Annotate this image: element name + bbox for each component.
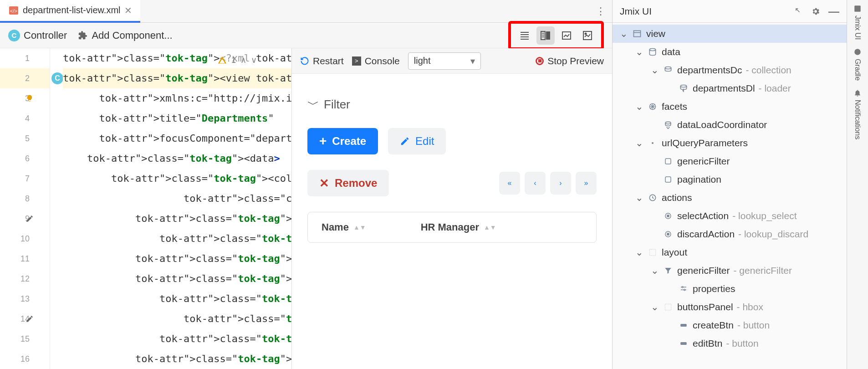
tree-node-facets[interactable]: ⌄facets xyxy=(613,97,847,116)
component-tree[interactable]: ⌄view⌄data⌄departmentsDc - collectiondep… xyxy=(613,23,847,354)
tree-node-properties[interactable]: properties xyxy=(613,280,847,298)
rail-gradle[interactable]: Gradle xyxy=(853,48,862,81)
tree-twisty-icon[interactable]: ⌄ xyxy=(651,65,659,76)
gutter-line[interactable]: 4 xyxy=(0,108,50,128)
remove-button[interactable]: ✕ Remove xyxy=(307,170,389,196)
tree-node-departmentsDl[interactable]: departmentsDl - loader xyxy=(613,79,847,97)
tree-node-genericFilter[interactable]: genericFilter xyxy=(613,152,847,170)
code-line[interactable]: tok-attr">class="tok-tag"><view tok-attr… xyxy=(63,68,291,88)
close-icon[interactable]: ✕ xyxy=(124,5,132,16)
gutter-line[interactable]: 1 xyxy=(0,48,50,68)
tree-twisty-icon[interactable]: ⌄ xyxy=(635,46,643,57)
pager-next-button[interactable]: › xyxy=(550,172,571,195)
gutter-line[interactable]: 11 xyxy=(0,249,50,269)
code-line[interactable]: tok-attr">class="tok-tag"><query> xyxy=(63,289,291,309)
tree-node-createBtn[interactable]: createBtn - button xyxy=(613,316,847,334)
theme-select[interactable]: light ▾ xyxy=(408,52,481,70)
tree-node-layout[interactable]: ⌄layout xyxy=(613,243,847,261)
code-line[interactable]: tok-attr">xmlns:c="http://jmix.io/sc xyxy=(63,88,291,108)
gutter-line[interactable]: 5 xyxy=(0,128,50,149)
code-line[interactable]: tok-attr">class="tok-tag"><collection to… xyxy=(63,169,291,189)
tree-node-data[interactable]: ⌄data xyxy=(613,43,847,61)
code-line[interactable]: tok-attr">class="tok-tag"></loader> xyxy=(63,349,291,369)
data-table[interactable]: Name ▲▼ HR Manager ▲▼ xyxy=(307,212,597,243)
tree-node-view[interactable]: ⌄view xyxy=(613,25,847,43)
layout-preview-button[interactable] xyxy=(557,26,576,45)
lightbulb-icon[interactable] xyxy=(26,94,34,102)
restart-button[interactable]: Restart xyxy=(300,56,344,67)
gear-icon[interactable] xyxy=(811,7,820,16)
tree-node-genericFilter[interactable]: ⌄genericFilter - genericFilter xyxy=(613,261,847,280)
gutter-line[interactable]: 14 xyxy=(0,309,50,329)
rail-notifications[interactable]: Notifications xyxy=(853,89,862,139)
code-line[interactable]: tok-attr">title="Departments" xyxy=(63,108,291,128)
pager-last-button[interactable]: » xyxy=(576,172,597,195)
gutter-line[interactable]: 8 xyxy=(0,189,50,209)
code-line[interactable]: tok-attr">focusComponent="department xyxy=(63,128,291,149)
tree-node-dataLoadCoordinator[interactable]: dataLoadCoordinator xyxy=(613,116,847,134)
inspection-overlay[interactable]: 1 ∧ ∨ xyxy=(218,50,257,70)
tree-node-urlQueryParameters[interactable]: ⌄urlQueryParameters xyxy=(613,134,847,152)
gutter-line[interactable]: 2C xyxy=(0,68,50,88)
code-line[interactable]: tok-attr">class="tok-tag"><data> xyxy=(63,149,291,169)
code-line[interactable]: tok-attr">class="tok-tag"><loader tok-at… xyxy=(63,269,291,289)
console-icon: > xyxy=(352,56,361,66)
tree-twisty-icon[interactable]: ⌄ xyxy=(635,101,643,112)
nav-down-icon[interactable]: ∨ xyxy=(251,50,257,70)
console-button[interactable]: > Console xyxy=(352,56,400,67)
svg-point-19 xyxy=(680,85,686,87)
code-line[interactable]: tok-attr">class="tok-tag"></query> xyxy=(63,329,291,349)
tree-node-buttonsPanel[interactable]: ⌄buttonsPanel - hbox xyxy=(613,298,847,316)
rail-jmix-ui[interactable]: Jmix UI xyxy=(853,5,862,40)
code-line[interactable]: tok-attr">class="com.c xyxy=(63,189,291,209)
code-line[interactable]: tok-attr">class="tok-tag"><property tok-… xyxy=(63,229,291,249)
svg-point-33 xyxy=(684,289,685,291)
gutter-line[interactable]: 12 xyxy=(0,269,50,289)
expand-icon[interactable] xyxy=(795,7,803,15)
minimize-icon[interactable]: — xyxy=(828,5,839,18)
stop-preview-button[interactable]: Stop Preview xyxy=(536,56,604,67)
create-button[interactable]: + Create xyxy=(307,128,378,154)
code-line[interactable]: tok-attr">class="tok-tag"><?xml tok-attr… xyxy=(63,48,291,68)
controller-button[interactable]: C Controller xyxy=(8,30,67,41)
tree-node-pagination[interactable]: pagination xyxy=(613,170,847,189)
tree-twisty-icon[interactable]: ⌄ xyxy=(635,247,643,258)
column-hr-manager[interactable]: HR Manager ▲▼ xyxy=(421,221,496,233)
code-line[interactable]: tok-attr">class="tok-tag"><![CDATA[sel xyxy=(63,309,291,329)
tree-twisty-icon[interactable]: ⌄ xyxy=(635,138,643,149)
tree-twisty-icon[interactable]: ⌄ xyxy=(651,265,659,276)
tree-node-discardAction[interactable]: discardAction - lookup_discard xyxy=(613,225,847,243)
gutter-line[interactable]: 9 xyxy=(0,209,50,229)
pager-first-button[interactable]: « xyxy=(499,172,520,195)
edit-button[interactable]: Edit xyxy=(388,128,446,154)
nav-up-icon[interactable]: ∧ xyxy=(240,50,246,70)
layout-window-button[interactable] xyxy=(578,26,597,45)
code-editor[interactable]: 12C345678910111213141516 1 ∧ ∨ tok-attr"… xyxy=(0,48,291,369)
gutter-line[interactable]: 3 xyxy=(0,88,50,108)
kebab-menu-icon[interactable]: ⋮ xyxy=(596,5,606,17)
svg-rect-29 xyxy=(649,249,656,256)
gutter-line[interactable]: 6 xyxy=(0,149,50,169)
tree-twisty-icon[interactable]: ⌄ xyxy=(635,192,643,203)
gutter-line[interactable]: 15 xyxy=(0,329,50,349)
tree-twisty-icon[interactable]: ⌄ xyxy=(651,302,659,313)
gutter-line[interactable]: 10 xyxy=(0,229,50,249)
gutter-line[interactable]: 16 xyxy=(0,349,50,369)
pager-prev-button[interactable]: ‹ xyxy=(525,172,546,195)
file-tab[interactable]: </> department-list-view.xml ✕ xyxy=(0,0,140,23)
column-name[interactable]: Name ▲▼ xyxy=(322,221,366,233)
tree-node-selectAction[interactable]: selectAction - lookup_select xyxy=(613,207,847,225)
tree-node-departmentsDc[interactable]: ⌄departmentsDc - collection xyxy=(613,61,847,79)
tree-node-editBtn[interactable]: editBtn - button xyxy=(613,334,847,353)
code-line[interactable]: tok-attr">class="tok-tag"></fetchPlan> xyxy=(63,249,291,269)
gutter-line[interactable]: 13 xyxy=(0,289,50,309)
tree-twisty-icon[interactable]: ⌄ xyxy=(620,28,628,39)
tree-node-actions[interactable]: ⌄actions xyxy=(613,189,847,207)
filter-header[interactable]: ﹀ Filter xyxy=(307,97,597,113)
gutter-line[interactable]: 7 xyxy=(0,169,50,189)
add-component-button[interactable]: Add Component... xyxy=(78,30,172,41)
code-line[interactable]: tok-attr">class="tok-tag"><fetchPlan tok… xyxy=(63,209,291,229)
layout-split-button[interactable] xyxy=(536,26,555,45)
layout-source-only-button[interactable] xyxy=(516,26,534,45)
code-area[interactable]: 1 ∧ ∨ tok-attr">class="tok-tag"><?xml to… xyxy=(50,48,291,369)
